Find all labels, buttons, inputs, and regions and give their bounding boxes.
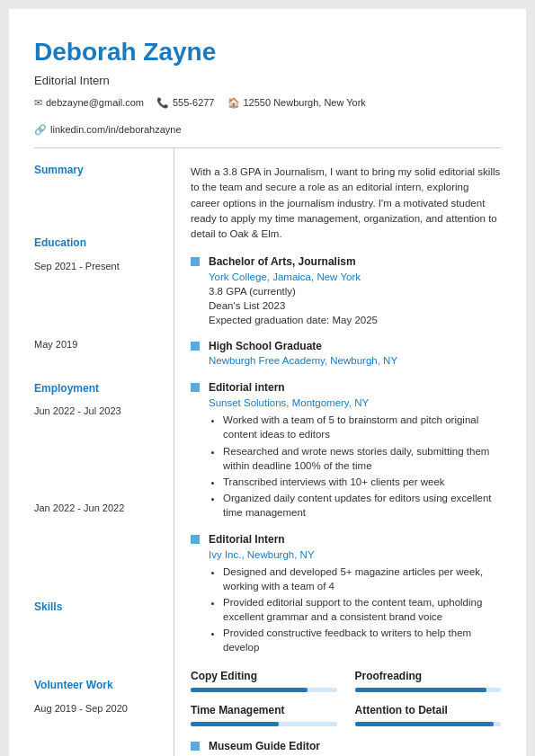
sidebar-volunteer-section: Volunteer Work Aug 2019 - Sep 2020 — [34, 678, 161, 716]
skill-item-2: Time Management — [191, 703, 337, 726]
sidebar-education-section: Education Sep 2021 - Present May 2019 — [34, 236, 161, 381]
emp-bullet-1 — [191, 535, 200, 544]
emp-bullet-item-0-0: Worked with a team of 5 to brainstorm an… — [223, 413, 501, 441]
contact-email: ✉ debzayne@gmail.com — [34, 96, 144, 110]
skill-label-2: Time Management — [191, 703, 337, 718]
skill-bar-fill-1 — [355, 688, 486, 692]
vol-bullet-0 — [191, 742, 200, 751]
education-entry-1: High School Graduate Newburgh Free Acade… — [191, 339, 501, 369]
main-layout: Summary Education Sep 2021 - Present May… — [34, 148, 501, 756]
education-section: Bachelor of Arts, Journalism York Colleg… — [191, 254, 501, 368]
summary-section: With a 3.8 GPA in Journalism, I want to … — [191, 163, 501, 242]
edu-detail-0-1: Dean's List 2023 — [209, 298, 501, 313]
edu-bullet-1 — [191, 342, 200, 351]
skills-grid: Copy EditingProofreadingTime ManagementA… — [191, 669, 501, 726]
contact-phone: 📞 555-6277 — [156, 96, 215, 110]
skill-item-3: Attention to Detail — [355, 703, 502, 726]
sidebar-employment-section: Employment Jun 2022 - Jul 2023 Jan 2022 … — [34, 381, 161, 600]
skill-item-0: Copy Editing — [191, 669, 337, 692]
vol-date-0: Aug 2019 - Sep 2020 — [34, 702, 161, 716]
skill-label-3: Attention to Detail — [355, 703, 502, 718]
contact-address: 🏠 12550 Newburgh, New York — [227, 96, 366, 110]
edu-date-1: May 2019 — [34, 338, 161, 351]
emp-bullet-item-0-2: Transcribed interviews with 10+ clients … — [223, 475, 501, 489]
emp-content-0: Editorial intern Sunset Solutions, Montg… — [209, 380, 501, 521]
emp-bullet-item-1-0: Designed and developed 5+ magazine artic… — [223, 565, 501, 593]
emp-title-1: Editorial Intern — [209, 532, 501, 547]
summary-text: With a 3.8 GPA in Journalism, I want to … — [191, 163, 501, 242]
vol-content-0: Museum Guide Editor Blackstone Museum, M… — [209, 739, 501, 756]
vol-title-0: Museum Guide Editor — [209, 739, 501, 754]
sidebar-summary-section: Summary — [34, 163, 161, 236]
skill-bar-bg-1 — [355, 688, 502, 692]
emp-content-1: Editorial Intern Ivy Inc., Newburgh, NY … — [209, 532, 501, 656]
emp-date-0: Jun 2022 - Jul 2023 — [34, 405, 161, 418]
skills-label: Skills — [34, 600, 161, 615]
education-label: Education — [34, 236, 161, 251]
skill-bar-bg-3 — [355, 722, 502, 726]
emp-institution-1: Ivy Inc., Newburgh, NY — [209, 547, 501, 562]
sidebar: Summary Education Sep 2021 - Present May… — [34, 148, 174, 756]
employment-section: Editorial intern Sunset Solutions, Montg… — [191, 380, 501, 656]
volunteer-entry-0: Museum Guide Editor Blackstone Museum, M… — [191, 739, 501, 756]
edu-title-0: Bachelor of Arts, Journalism — [209, 254, 501, 270]
location-icon: 🏠 — [227, 96, 240, 110]
email-icon: ✉ — [34, 96, 42, 110]
header-name: Deborah Zayne — [34, 34, 501, 69]
edu-date-0: Sep 2021 - Present — [34, 260, 161, 273]
education-entry-0: Bachelor of Arts, Journalism York Colleg… — [191, 254, 501, 327]
skill-item-1: Proofreading — [355, 669, 502, 692]
skill-bar-bg-2 — [191, 722, 337, 726]
emp-bullets-0: Worked with a team of 5 to brainstorm an… — [209, 413, 501, 520]
edu-detail-0-2: Expected graduation date: May 2025 — [209, 313, 501, 327]
header-title: Editorial Intern — [34, 73, 501, 89]
skill-bar-bg-0 — [191, 688, 337, 692]
header-contact: ✉ debzayne@gmail.com 📞 555-6277 🏠 12550 … — [34, 96, 501, 148]
edu-title-1: High School Graduate — [209, 339, 501, 354]
edu-bullet-0 — [191, 257, 200, 266]
emp-bullet-item-0-3: Organized daily content updates for edit… — [223, 491, 501, 520]
skill-bar-fill-2 — [191, 722, 279, 726]
sidebar-skills-section: Skills — [34, 600, 161, 678]
skill-label-1: Proofreading — [355, 669, 502, 684]
volunteer-section: Museum Guide Editor Blackstone Museum, M… — [191, 739, 501, 756]
emp-title-0: Editorial intern — [209, 380, 501, 396]
edu-institution-0: York College, Jamaica, New York — [209, 270, 501, 284]
edu-content-0: Bachelor of Arts, Journalism York Colleg… — [209, 254, 501, 327]
emp-date-1: Jan 2022 - Jun 2022 — [34, 502, 161, 515]
contact-linkedin: 🔗 linkedin.com/in/deborahzayne — [34, 123, 182, 137]
volunteer-label: Volunteer Work — [34, 678, 161, 693]
linkedin-icon: 🔗 — [34, 123, 47, 137]
employment-entry-1: Editorial Intern Ivy Inc., Newburgh, NY … — [191, 532, 501, 656]
skills-section: Copy EditingProofreadingTime ManagementA… — [191, 669, 501, 726]
edu-institution-1: Newburgh Free Academy, Newburgh, NY — [209, 353, 501, 368]
skill-label-0: Copy Editing — [191, 669, 337, 684]
emp-bullets-1: Designed and developed 5+ magazine artic… — [209, 565, 501, 655]
content-area: With a 3.8 GPA in Journalism, I want to … — [174, 148, 501, 756]
skill-bar-fill-0 — [191, 688, 308, 692]
edu-content-1: High School Graduate Newburgh Free Acade… — [209, 339, 501, 369]
resume-container: Deborah Zayne Editorial Intern ✉ debzayn… — [9, 9, 526, 756]
skill-bar-fill-3 — [355, 722, 494, 726]
emp-bullet-item-0-1: Researched and wrote news stories daily,… — [223, 444, 501, 473]
employment-entry-0: Editorial intern Sunset Solutions, Montg… — [191, 380, 501, 521]
emp-institution-0: Sunset Solutions, Montgomery, NY — [209, 396, 501, 410]
emp-bullet-item-1-1: Provided editorial support to the conten… — [223, 595, 501, 624]
edu-detail-0-0: 3.8 GPA (currently) — [209, 284, 501, 298]
emp-bullet-item-1-2: Provided constructive feedback to writer… — [223, 626, 501, 654]
emp-bullet-0 — [191, 383, 200, 392]
phone-icon: 📞 — [156, 96, 169, 110]
employment-label: Employment — [34, 381, 161, 396]
summary-label: Summary — [34, 163, 161, 178]
